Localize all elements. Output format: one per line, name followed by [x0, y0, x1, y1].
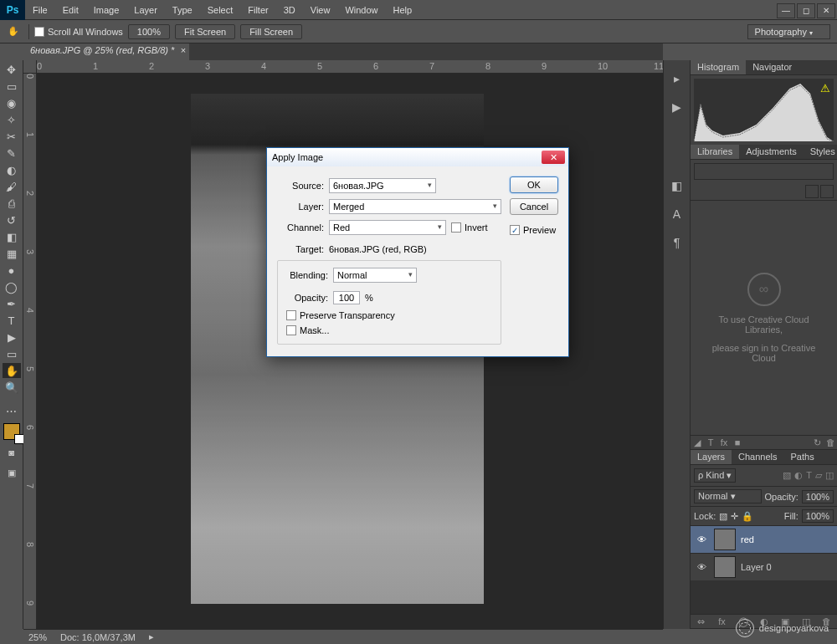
visibility-toggle-icon[interactable]: 👁	[694, 562, 709, 572]
filter-pixel-icon[interactable]: ▧	[783, 470, 791, 481]
menu-type[interactable]: Type	[165, 0, 200, 20]
foreground-color[interactable]	[3, 423, 20, 440]
move-tool[interactable]: ✥	[3, 62, 21, 77]
layer-name[interactable]: red	[741, 534, 754, 544]
tab-layers[interactable]: Layers	[691, 450, 732, 464]
trash-icon[interactable]: 🗑	[824, 437, 837, 447]
ok-button[interactable]: OK	[510, 176, 558, 193]
filter-type-icon[interactable]: T	[806, 470, 812, 481]
minimize-button[interactable]: —	[777, 3, 795, 18]
sync-icon[interactable]: ↻	[810, 437, 824, 448]
close-tab-icon[interactable]: ×	[181, 45, 186, 55]
shape-tool[interactable]: ▭	[3, 346, 21, 361]
menu-window[interactable]: Window	[337, 0, 385, 20]
filter-smart-icon[interactable]: ◫	[825, 470, 834, 481]
preserve-transparency-checkbox[interactable]: Preserve Transparency	[286, 310, 492, 320]
workspace-dropdown[interactable]: Photography ▾	[747, 24, 830, 39]
layer-name[interactable]: Layer 0	[741, 562, 772, 572]
dodge-tool[interactable]: ◯	[3, 279, 21, 294]
zoom-tool[interactable]: 🔍	[3, 380, 21, 395]
visibility-toggle-icon[interactable]: 👁	[694, 534, 709, 544]
histogram-warning-icon[interactable]: ⚠	[820, 82, 830, 95]
quick-mask-toggle[interactable]: ◙	[3, 445, 21, 460]
expand-arrow-icon[interactable]: ▸	[667, 69, 687, 89]
layer-thumbnail[interactable]	[714, 556, 736, 578]
pen-tool[interactable]: ✒	[3, 296, 21, 311]
tab-histogram[interactable]: Histogram	[691, 60, 746, 74]
zoom-level[interactable]: 25%	[28, 632, 47, 642]
fit-screen-button[interactable]: Fit Screen	[175, 24, 235, 39]
dialog-close-button[interactable]: ✕	[542, 151, 565, 164]
close-window-button[interactable]: ✕	[817, 3, 835, 18]
layer-thumbnail[interactable]	[714, 529, 736, 550]
channel-dropdown[interactable]: Red	[329, 220, 446, 235]
mask-checkbox[interactable]: Mask...	[286, 325, 492, 335]
fill-input[interactable]: 100%	[802, 509, 834, 523]
eyedropper-tool[interactable]: ✎	[3, 146, 21, 161]
menu-view[interactable]: View	[303, 0, 338, 20]
menu-image[interactable]: Image	[86, 0, 127, 20]
path-select-tool[interactable]: ▶	[3, 330, 21, 345]
hand-tool[interactable]: ✋	[3, 363, 21, 378]
menu-help[interactable]: Help	[386, 0, 420, 20]
lasso-tool[interactable]: ◉	[3, 95, 21, 110]
opacity-input[interactable]	[333, 291, 360, 304]
menu-select[interactable]: Select	[200, 0, 241, 20]
layer-filter-dropdown[interactable]: ρ Kind ▾	[694, 468, 736, 483]
paragraph-panel-icon[interactable]: ¶	[667, 233, 687, 253]
screen-mode-toggle[interactable]: ▣	[3, 465, 21, 480]
add-text-icon[interactable]: T	[704, 437, 717, 447]
menu-filter[interactable]: Filter	[240, 0, 275, 20]
add-style-icon[interactable]: ◢	[691, 437, 704, 448]
preview-checkbox[interactable]: ✓Preview	[510, 225, 558, 235]
filter-adjust-icon[interactable]: ◐	[794, 470, 803, 481]
invert-checkbox[interactable]: Invert	[451, 222, 488, 233]
lib-list-view-icon[interactable]	[820, 185, 834, 198]
opacity-input[interactable]: 100%	[802, 490, 834, 503]
tab-styles[interactable]: Styles	[804, 145, 837, 159]
brush-tool[interactable]: 🖌	[3, 179, 21, 194]
history-brush-tool[interactable]: ↺	[3, 212, 21, 227]
crop-tool[interactable]: ✂	[3, 129, 21, 144]
type-tool[interactable]: T	[3, 313, 21, 328]
tab-navigator[interactable]: Navigator	[746, 60, 798, 74]
magic-wand-tool[interactable]: ✧	[3, 112, 21, 127]
layer-row-layer0[interactable]: 👁 Layer 0	[691, 553, 837, 580]
document-tab[interactable]: 6новая.JPG @ 25% (red, RGB/8) * ×	[23, 43, 189, 60]
lock-pixels-icon[interactable]: ▧	[719, 511, 727, 522]
fill-swatch-icon[interactable]: ■	[731, 437, 744, 447]
cancel-button[interactable]: Cancel	[510, 198, 558, 215]
char-panel-icon[interactable]: A	[667, 204, 687, 224]
scroll-all-checkbox[interactable]: Scroll All Windows	[34, 27, 123, 37]
library-search-input[interactable]	[694, 163, 834, 180]
color-panel-icon[interactable]: ◧	[667, 176, 687, 196]
doc-size[interactable]: Doc: 16,0M/37,3M	[60, 632, 136, 642]
tab-channels[interactable]: Channels	[732, 450, 783, 464]
menu-3d[interactable]: 3D	[276, 0, 303, 20]
maximize-button[interactable]: ◻	[797, 3, 815, 18]
tab-libraries[interactable]: Libraries	[691, 145, 739, 159]
menu-layer[interactable]: Layer	[126, 0, 165, 20]
eraser-tool[interactable]: ◧	[3, 229, 21, 244]
link-layers-icon[interactable]: ⇔	[695, 616, 708, 627]
background-color[interactable]	[14, 434, 24, 444]
healing-brush-tool[interactable]: ◐	[3, 162, 21, 177]
edit-toolbar[interactable]: ⋯	[3, 403, 21, 418]
blending-dropdown[interactable]: Normal	[333, 268, 417, 283]
lock-all-icon[interactable]: 🔒	[742, 511, 753, 522]
clone-stamp-tool[interactable]: ⎙	[3, 196, 21, 211]
source-dropdown[interactable]: 6новая.JPG	[329, 178, 436, 193]
fx-icon[interactable]: fx	[717, 437, 731, 447]
tab-paths[interactable]: Paths	[784, 450, 821, 464]
layer-dropdown[interactable]: Merged	[329, 199, 501, 214]
zoom-100-button[interactable]: 100%	[128, 24, 170, 39]
filter-shape-icon[interactable]: ▱	[815, 470, 822, 481]
menu-file[interactable]: File	[25, 0, 55, 20]
menu-edit[interactable]: Edit	[55, 0, 86, 20]
gradient-tool[interactable]: ▦	[3, 246, 21, 261]
fill-screen-button[interactable]: Fill Screen	[240, 24, 302, 39]
blur-tool[interactable]: ●	[3, 263, 21, 278]
marquee-tool[interactable]: ▭	[3, 79, 21, 94]
tab-adjustments[interactable]: Adjustments	[739, 145, 804, 159]
status-arrow-icon[interactable]: ▸	[149, 631, 154, 642]
